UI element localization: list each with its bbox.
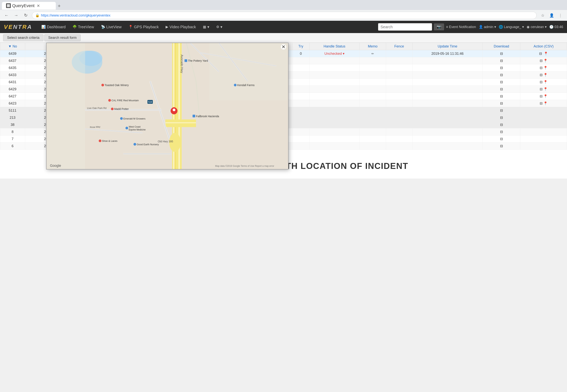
- search-result-form-button[interactable]: Search result form: [44, 34, 81, 41]
- address-bar[interactable]: 🔒 https://www.ventracloud.com/gkqueryeve…: [32, 12, 537, 19]
- cell-no: 6433: [0, 71, 25, 79]
- cell-download[interactable]: ⊟: [482, 79, 520, 86]
- subnav: Select search criteria Search result for…: [0, 33, 567, 43]
- cell-download[interactable]: ⊟: [482, 100, 520, 107]
- location-icon[interactable]: 📍: [543, 80, 548, 84]
- download-icon[interactable]: ⊟: [500, 73, 503, 77]
- cell-action[interactable]: ⊟📍: [520, 100, 567, 107]
- svg-rect-47: [192, 115, 195, 117]
- download-icon[interactable]: ⊟: [500, 94, 503, 98]
- col-fence: Fence: [386, 43, 413, 50]
- cell-download[interactable]: ⊟: [482, 57, 520, 64]
- cell-no: 6429: [0, 86, 25, 93]
- download-icon[interactable]: ⊟: [500, 66, 503, 70]
- csv-icon[interactable]: ⊟: [540, 73, 543, 77]
- cell-download[interactable]: ⊟: [482, 64, 520, 71]
- user-icon[interactable]: 👤: [548, 12, 555, 19]
- svg-text:Old Hwy 395: Old Hwy 395: [158, 140, 173, 143]
- location-icon[interactable]: 📍: [543, 101, 548, 105]
- cell-download[interactable]: ⊟: [482, 121, 520, 128]
- cell-no: 6423: [0, 100, 25, 107]
- download-icon[interactable]: ⊟: [500, 123, 503, 127]
- theme-menu[interactable]: ◉ cerulean ▾: [527, 25, 547, 29]
- download-icon[interactable]: ⊟: [500, 109, 503, 112]
- download-icon[interactable]: ⊟: [500, 52, 503, 56]
- cell-action[interactable]: ⊟📍: [520, 57, 567, 64]
- bookmark-icon[interactable]: ☆: [539, 12, 546, 19]
- tab-close-button[interactable]: ✕: [37, 3, 40, 8]
- admin-menu[interactable]: 👤 admin ▾: [479, 25, 496, 29]
- download-icon[interactable]: ⊟: [500, 144, 503, 148]
- cell-download[interactable]: ⊟: [482, 143, 520, 150]
- event-notification-button[interactable]: ≡ Event Notification: [446, 25, 476, 29]
- csv-icon[interactable]: ⊟: [540, 94, 543, 98]
- cell-no: 38: [0, 121, 25, 128]
- cell-download[interactable]: ⊟: [482, 71, 520, 79]
- map-close-button[interactable]: ✕: [281, 44, 286, 50]
- cell-action[interactable]: ⊟ 📍: [520, 50, 567, 57]
- location-icon[interactable]: 📍: [543, 87, 548, 91]
- location-icon[interactable]: 📍: [543, 94, 548, 98]
- col-no[interactable]: ▼ No: [0, 43, 25, 50]
- nav-item-gps-playback[interactable]: 📍 GPS Playback: [125, 21, 162, 33]
- cell-action[interactable]: ⊟📍: [520, 71, 567, 79]
- nav-item-dashboard[interactable]: 📊 Dashboard: [38, 21, 69, 33]
- nav-item-treeview[interactable]: 🌳 TreeView: [69, 21, 97, 33]
- sort-down-icon: ▼: [8, 44, 12, 48]
- nav-right: 📷 ≡ Event Notification 👤 admin ▾ 🌐 Langu…: [378, 23, 563, 30]
- cell-memo[interactable]: ✏: [360, 50, 386, 57]
- cell-download[interactable]: ⊟: [482, 50, 520, 57]
- search-input[interactable]: [380, 25, 430, 29]
- csv-icon[interactable]: ⊟: [540, 87, 543, 91]
- svg-text:Google: Google: [50, 164, 61, 168]
- cell-handle-status[interactable]: Unchecked ▾: [309, 50, 360, 57]
- svg-rect-9: [165, 120, 196, 127]
- download-icon[interactable]: ⊟: [500, 101, 503, 105]
- language-menu[interactable]: 🌐 Language_ ▾: [499, 25, 524, 29]
- nav-item-video-playback[interactable]: ▶ Video Playback: [162, 21, 200, 33]
- reload-button[interactable]: ↻: [22, 12, 29, 19]
- download-icon[interactable]: ⊟: [500, 87, 503, 91]
- download-icon[interactable]: ⊟: [500, 130, 503, 134]
- active-tab[interactable]: 🔲 QueryEvent ✕: [2, 2, 56, 10]
- browser-actions: ☆ 👤 ⋮: [539, 12, 564, 19]
- nav-item-grid[interactable]: ▦ ▾: [200, 21, 213, 33]
- svg-point-51: [133, 143, 136, 146]
- location-icon[interactable]: 📍: [543, 66, 548, 70]
- download-icon[interactable]: ⊟: [500, 80, 503, 84]
- cell-download[interactable]: ⊟: [482, 128, 520, 136]
- download-icon[interactable]: ⊟: [500, 116, 503, 120]
- cell-no: 6435: [0, 64, 25, 71]
- location-icon[interactable]: 📍: [544, 52, 548, 56]
- nav-item-settings[interactable]: ⚙ ▾: [213, 21, 226, 33]
- cell-action[interactable]: ⊟📍: [520, 64, 567, 71]
- cell-download[interactable]: ⊟: [482, 136, 520, 143]
- edit-memo-icon[interactable]: ✏: [371, 52, 374, 55]
- more-icon[interactable]: ⋮: [557, 12, 564, 19]
- cell-action[interactable]: ⊟📍: [520, 79, 567, 86]
- download-icon[interactable]: ⊟: [500, 59, 503, 63]
- location-icon[interactable]: 📍: [543, 59, 548, 63]
- handle-status-dropdown[interactable]: Unchecked ▾: [324, 52, 345, 56]
- location-icon[interactable]: 📍: [543, 73, 548, 77]
- svg-text:Equine Medicine: Equine Medicine: [129, 128, 145, 131]
- csv-icon[interactable]: ⊟: [540, 59, 543, 63]
- csv-icon[interactable]: ⊟: [539, 52, 542, 56]
- back-button[interactable]: ←: [3, 12, 10, 19]
- cell-action[interactable]: ⊟📍: [520, 93, 567, 100]
- cell-action[interactable]: ⊟📍: [520, 86, 567, 93]
- csv-icon[interactable]: ⊟: [540, 66, 543, 70]
- nav-item-liveview[interactable]: 📡 LiveView: [98, 21, 125, 33]
- new-tab-button[interactable]: +: [58, 3, 61, 9]
- camera-button[interactable]: 📷: [434, 23, 444, 30]
- cell-download[interactable]: ⊟: [482, 93, 520, 100]
- download-icon[interactable]: ⊟: [500, 137, 503, 141]
- select-criteria-button[interactable]: Select search criteria: [3, 34, 44, 41]
- search-box[interactable]: [378, 23, 432, 30]
- cell-download[interactable]: ⊟: [482, 107, 520, 114]
- csv-icon[interactable]: ⊟: [540, 80, 543, 84]
- cell-download[interactable]: ⊟: [482, 86, 520, 93]
- cell-download[interactable]: ⊟: [482, 114, 520, 121]
- csv-icon[interactable]: ⊟: [540, 101, 543, 105]
- forward-button[interactable]: →: [13, 12, 20, 19]
